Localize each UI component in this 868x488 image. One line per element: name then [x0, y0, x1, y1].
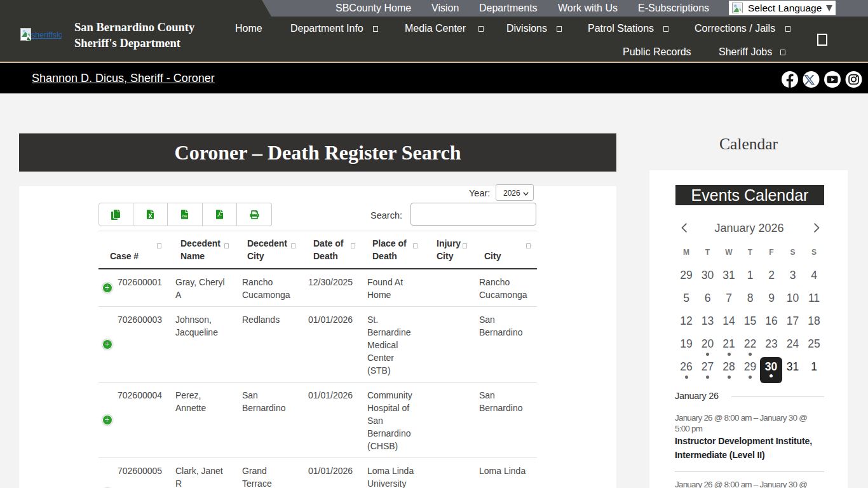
- svg-text:csv: csv: [182, 215, 187, 218]
